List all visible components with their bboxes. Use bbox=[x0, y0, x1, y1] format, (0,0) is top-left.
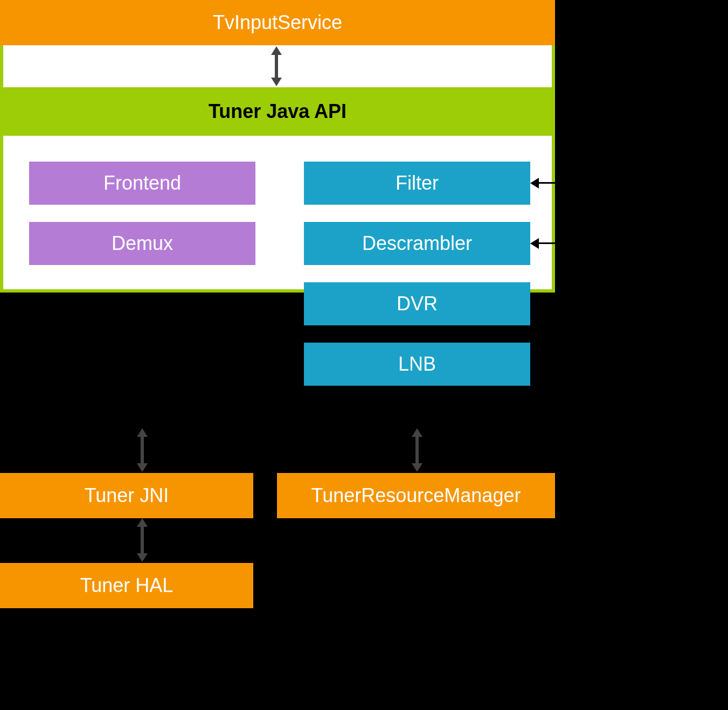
arrow-head-up-4 bbox=[137, 518, 148, 527]
descrambler-label: Descrambler bbox=[362, 232, 472, 255]
demux-box: Demux bbox=[29, 222, 255, 265]
tuner-java-api-header: Tuner Java API bbox=[0, 87, 555, 136]
arrow-head-down-3 bbox=[412, 463, 422, 472]
frontend-box: Frontend bbox=[29, 162, 255, 205]
arrow-to-dvr-head bbox=[530, 298, 539, 309]
demux-label: Demux bbox=[112, 232, 173, 255]
tuner-jni-label: Tuner JNI bbox=[85, 484, 169, 507]
arrow-head-down-1 bbox=[271, 78, 282, 86]
tuner-hal-label: Tuner HAL bbox=[80, 574, 174, 597]
lnb-box: LNB bbox=[304, 343, 530, 386]
arrow-head-down-4 bbox=[137, 553, 148, 562]
arrow-jni-hal bbox=[141, 525, 144, 555]
arrow-to-tvinput-h bbox=[563, 22, 595, 23]
tuner-java-api-label: Tuner Java API bbox=[209, 100, 346, 123]
arrow-head-up-3 bbox=[412, 428, 422, 437]
right-vertical-connector bbox=[594, 22, 595, 365]
tuner-resource-manager-box: TunerResourceManager bbox=[277, 473, 555, 518]
arrow-to-lnb-h bbox=[538, 363, 595, 365]
arrow-head-up-2 bbox=[137, 428, 148, 437]
dvr-box: DVR bbox=[304, 282, 530, 325]
tuner-hal-box: Tuner HAL bbox=[0, 563, 253, 608]
arrow-to-descrambler-head bbox=[530, 238, 539, 249]
arrow-to-filter-head bbox=[530, 178, 539, 189]
tuner-resource-manager-label: TunerResourceManager bbox=[311, 484, 521, 507]
dvr-label: DVR bbox=[397, 293, 438, 315]
tuner-jni-box: Tuner JNI bbox=[0, 473, 253, 518]
filter-box: Filter bbox=[304, 162, 530, 205]
lnb-label: LNB bbox=[398, 353, 436, 375]
arrow-to-filter-h bbox=[538, 182, 595, 184]
arrow-to-lnb-head bbox=[530, 359, 539, 370]
arrow-api-jni bbox=[141, 435, 144, 465]
arrow-tvinput-tunerapi bbox=[275, 53, 278, 80]
filter-label: Filter bbox=[396, 172, 439, 194]
arrow-head-up-1 bbox=[271, 46, 282, 55]
arrow-to-tvinput-head bbox=[555, 17, 564, 28]
arrow-head-down-2 bbox=[137, 463, 148, 472]
arrow-to-dvr-h bbox=[538, 303, 595, 304]
descrambler-box: Descrambler bbox=[304, 222, 530, 265]
tv-input-service-box: TvInputService bbox=[0, 0, 555, 45]
arrow-api-trm bbox=[415, 435, 419, 465]
frontend-label: Frontend bbox=[103, 172, 181, 194]
tv-input-service-label: TvInputService bbox=[213, 11, 342, 34]
arrow-to-descrambler-h bbox=[538, 242, 595, 244]
